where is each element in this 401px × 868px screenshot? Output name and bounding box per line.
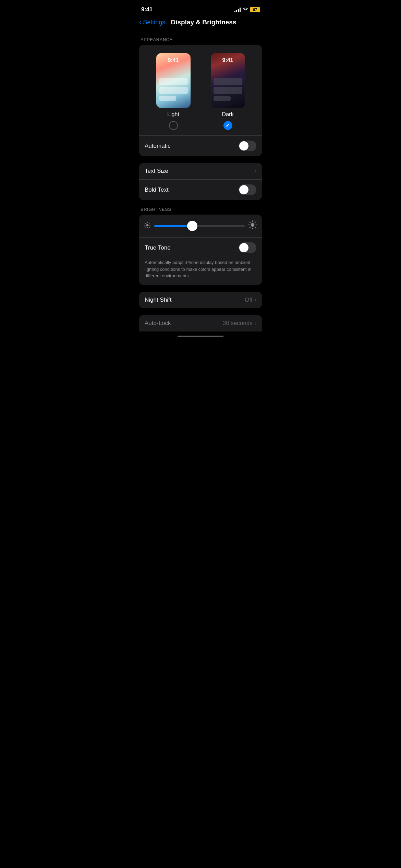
svg-point-1 xyxy=(251,223,255,227)
appearance-options: 9:41 Light 9:41 xyxy=(139,45,262,135)
brightness-card: True Tone Automatically adapt iPhone dis… xyxy=(139,215,262,285)
brightness-section-label: BRIGHTNESS xyxy=(141,207,262,212)
auto-lock-value-group: 30 seconds › xyxy=(223,320,256,327)
bold-text-toggle-thumb xyxy=(239,185,248,194)
bold-text-label: Bold Text xyxy=(145,186,169,193)
light-mode-option[interactable]: 9:41 Light xyxy=(156,53,191,130)
text-size-label: Text Size xyxy=(145,168,168,174)
main-content: APPEARANCE 9:41 Light 9:41 xyxy=(134,37,267,331)
bold-text-row: Bold Text xyxy=(139,180,262,200)
back-chevron-icon: ‹ xyxy=(139,19,142,26)
text-size-chevron-icon: › xyxy=(255,168,256,174)
true-tone-row: True Tone xyxy=(139,238,262,258)
night-shift-row[interactable]: Night Shift Off › xyxy=(139,292,262,308)
bold-text-toggle[interactable] xyxy=(239,184,256,195)
home-indicator xyxy=(134,331,267,340)
home-indicator-bar xyxy=(178,336,223,337)
night-shift-label: Night Shift xyxy=(145,297,171,303)
auto-lock-chevron-icon: › xyxy=(255,320,256,326)
night-shift-card: Night Shift Off › xyxy=(139,292,262,308)
status-bar: 9:41 67 xyxy=(134,0,267,17)
brightness-slider-thumb xyxy=(187,221,197,231)
auto-lock-value: 30 seconds xyxy=(223,320,253,327)
night-shift-value: Off xyxy=(245,297,252,303)
brightness-slider-fill xyxy=(154,225,192,227)
dark-mode-option[interactable]: 9:41 Dark xyxy=(211,53,245,130)
status-icons: 67 xyxy=(234,7,260,12)
battery-icon: 67 xyxy=(250,7,260,12)
appearance-card: 9:41 Light 9:41 xyxy=(139,45,262,156)
page-title: Display & Brightness xyxy=(171,19,236,26)
light-mode-label: Light xyxy=(167,111,179,118)
light-mode-radio[interactable] xyxy=(169,121,178,130)
text-card: Text Size › Bold Text xyxy=(139,163,262,200)
dark-mode-radio[interactable] xyxy=(223,121,232,130)
wifi-icon xyxy=(243,7,248,12)
true-tone-toggle[interactable] xyxy=(239,242,256,253)
dark-mode-preview: 9:41 xyxy=(211,53,245,108)
svg-point-0 xyxy=(146,224,149,226)
dark-mode-label: Dark xyxy=(222,111,234,118)
brightness-slider-row xyxy=(139,215,262,237)
dark-preview-time: 9:41 xyxy=(222,57,233,63)
back-button[interactable]: ‹ Settings xyxy=(139,19,165,26)
automatic-toggle[interactable] xyxy=(239,141,256,151)
automatic-toggle-thumb xyxy=(239,141,248,150)
night-shift-value-group: Off › xyxy=(245,297,256,303)
brightness-slider[interactable] xyxy=(154,220,245,232)
auto-lock-label: Auto-Lock xyxy=(145,320,171,327)
light-mode-preview: 9:41 xyxy=(156,53,191,108)
automatic-label: Automatic xyxy=(145,143,171,149)
text-size-row[interactable]: Text Size › xyxy=(139,163,262,179)
auto-lock-row[interactable]: Auto-Lock 30 seconds › xyxy=(139,315,262,331)
appearance-section-label: APPEARANCE xyxy=(141,37,262,42)
brightness-high-icon xyxy=(248,220,257,231)
battery-percent: 67 xyxy=(250,7,260,12)
nav-bar: ‹ Settings Display & Brightness xyxy=(134,17,267,30)
true-tone-description: Automatically adapt iPhone display based… xyxy=(139,258,262,285)
true-tone-label: True Tone xyxy=(145,244,171,251)
night-shift-chevron-icon: › xyxy=(255,297,256,303)
dark-preview-widgets xyxy=(214,78,242,101)
signal-icon xyxy=(234,8,241,12)
automatic-row: Automatic xyxy=(139,136,262,156)
brightness-slider-track xyxy=(154,225,245,227)
back-label: Settings xyxy=(143,19,165,26)
light-preview-widgets xyxy=(159,78,188,101)
light-preview-time: 9:41 xyxy=(168,57,179,63)
status-time: 9:41 xyxy=(141,6,153,13)
true-tone-toggle-thumb xyxy=(239,243,248,252)
brightness-low-icon xyxy=(144,222,151,230)
